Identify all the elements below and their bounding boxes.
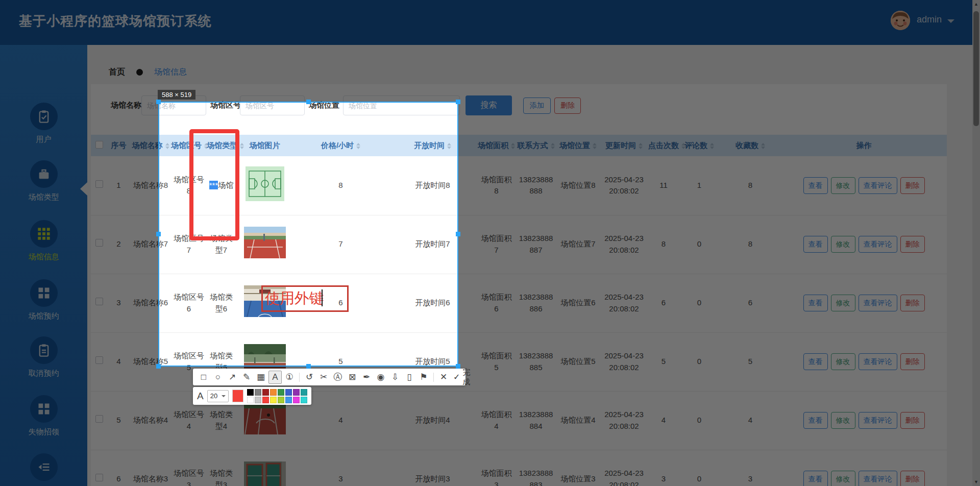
sort-arrows-icon[interactable] xyxy=(639,143,643,149)
palette-color[interactable] xyxy=(247,397,254,403)
user-menu-caret-icon[interactable] xyxy=(947,19,954,27)
sort-arrows-icon[interactable] xyxy=(761,143,765,149)
sidebar-item-场馆类型[interactable]: 场馆类型 xyxy=(0,160,87,202)
frame-icon[interactable]: ⊠ xyxy=(346,371,359,384)
font-size-select[interactable]: 20 xyxy=(207,390,229,402)
row-delete-button[interactable]: 删除 xyxy=(900,295,925,311)
sidebar-item-失物招领[interactable]: 失物招领 xyxy=(0,395,87,437)
row-checkbox[interactable] xyxy=(95,239,103,247)
column-header[interactable]: 评论数 xyxy=(679,135,720,156)
snip-handle[interactable] xyxy=(156,232,161,236)
search-button[interactable]: 搜索 xyxy=(465,95,512,115)
sidebar-item-取消预约[interactable]: 取消预约 xyxy=(0,336,87,378)
palette-color[interactable] xyxy=(293,389,300,396)
breadcrumb-current[interactable]: 场馆信息 xyxy=(154,67,187,78)
sort-arrows-icon[interactable] xyxy=(240,143,244,149)
row-checkbox[interactable] xyxy=(95,415,103,423)
delete-button[interactable]: 删除 xyxy=(554,98,581,114)
venue-location-input[interactable] xyxy=(343,95,460,115)
view-button[interactable]: 查看 xyxy=(803,353,828,370)
view-comments-button[interactable]: 查看评论 xyxy=(859,353,897,370)
pin-icon[interactable]: ✒ xyxy=(360,371,373,384)
palette-color[interactable] xyxy=(270,389,277,396)
edit-button[interactable]: 修改 xyxy=(831,412,855,429)
row-checkbox[interactable] xyxy=(95,474,103,481)
view-comments-button[interactable]: 查看评论 xyxy=(859,236,897,253)
ocr-icon[interactable]: Ⓐ xyxy=(331,371,345,384)
row-delete-button[interactable]: 删除 xyxy=(900,471,925,486)
add-button[interactable]: 添加 xyxy=(523,98,551,114)
rect-tool-icon[interactable]: □ xyxy=(197,371,210,384)
column-header[interactable]: 点击次数 xyxy=(648,135,679,156)
view-button[interactable]: 查看 xyxy=(803,471,828,486)
sidebar-item-用户[interactable]: 用户 xyxy=(0,103,87,144)
palette-color[interactable] xyxy=(285,397,292,403)
view-comments-button[interactable]: 查看评论 xyxy=(859,177,897,194)
record-icon[interactable]: ◉ xyxy=(374,371,387,384)
column-header[interactable]: 收藏数 xyxy=(720,135,781,156)
view-button[interactable]: 查看 xyxy=(803,412,828,429)
edit-button[interactable]: 修改 xyxy=(831,177,855,194)
palette-color[interactable] xyxy=(293,397,300,403)
edit-button[interactable]: 修改 xyxy=(831,295,855,311)
annotation-text[interactable]: 使用外键 xyxy=(265,288,324,309)
palette-color[interactable] xyxy=(247,389,254,396)
scroll-down-icon[interactable]: ▼ xyxy=(972,478,980,486)
palette-color[interactable] xyxy=(301,397,307,403)
palette-color[interactable] xyxy=(262,389,269,396)
sort-arrows-icon[interactable] xyxy=(511,143,515,149)
text-tool-icon[interactable]: A xyxy=(268,371,282,384)
ellipse-tool-icon[interactable]: ○ xyxy=(211,371,225,384)
palette-color[interactable] xyxy=(278,397,284,403)
palette-color[interactable] xyxy=(301,389,307,396)
avatar[interactable] xyxy=(891,11,910,30)
sort-arrows-icon[interactable] xyxy=(165,143,169,149)
current-color-swatch[interactable] xyxy=(232,390,243,402)
sort-arrows-icon[interactable] xyxy=(447,143,451,149)
venue-district-input[interactable] xyxy=(240,95,305,115)
palette-color[interactable] xyxy=(262,397,269,403)
arrow-tool-icon[interactable]: ↗ xyxy=(226,371,239,384)
snip-handle[interactable] xyxy=(306,100,311,104)
done-button[interactable]: ✓ 完成 xyxy=(453,368,470,387)
pen-tool-icon[interactable]: ✎ xyxy=(240,371,253,384)
snip-handle[interactable] xyxy=(156,100,161,104)
vertical-scrollbar[interactable]: ▲ ▼ xyxy=(972,0,980,486)
view-comments-button[interactable]: 查看评论 xyxy=(859,471,897,486)
palette-color[interactable] xyxy=(255,389,261,396)
view-button[interactable]: 查看 xyxy=(803,236,828,253)
edit-button[interactable]: 修改 xyxy=(831,471,855,486)
row-checkbox[interactable] xyxy=(95,180,103,188)
column-header[interactable]: 场馆名称 xyxy=(130,135,171,156)
column-header[interactable]: 更新时间 xyxy=(600,135,648,156)
sort-arrows-icon[interactable] xyxy=(356,143,360,149)
snip-handle[interactable] xyxy=(456,100,460,104)
scrollbar-thumb[interactable] xyxy=(973,11,979,126)
snip-handle[interactable] xyxy=(306,364,311,369)
row-delete-button[interactable]: 删除 xyxy=(900,353,925,370)
row-delete-button[interactable]: 删除 xyxy=(900,177,925,194)
view-button[interactable]: 查看 xyxy=(803,295,828,311)
row-checkbox[interactable] xyxy=(95,356,103,364)
palette-color[interactable] xyxy=(285,389,292,396)
edit-button[interactable]: 修改 xyxy=(831,353,855,370)
device-icon[interactable]: ▯ xyxy=(403,371,416,384)
palette-color[interactable] xyxy=(278,389,284,396)
row-checkbox[interactable] xyxy=(95,298,103,305)
view-comments-button[interactable]: 查看评论 xyxy=(859,295,897,311)
column-header[interactable]: 价格/小时 xyxy=(293,135,388,156)
sort-arrows-icon[interactable] xyxy=(551,143,555,149)
scroll-up-icon[interactable]: ▲ xyxy=(972,0,980,8)
row-delete-button[interactable]: 删除 xyxy=(900,412,925,429)
bookmark-icon[interactable]: ⚑ xyxy=(417,371,430,384)
column-header[interactable]: 联系方式 xyxy=(516,135,556,156)
column-header[interactable]: 场馆面积 xyxy=(477,135,516,156)
sort-arrows-icon[interactable] xyxy=(710,143,714,149)
close-icon[interactable]: ✕ xyxy=(437,371,450,384)
download-icon[interactable]: ⇩ xyxy=(388,371,402,384)
column-header[interactable]: 开放时间 xyxy=(388,135,477,156)
username-label[interactable]: admin xyxy=(917,14,942,25)
sidebar-item-场馆预约[interactable]: 场馆预约 xyxy=(0,279,87,321)
mosaic-tool-icon[interactable]: ▦ xyxy=(254,371,267,384)
edit-button[interactable]: 修改 xyxy=(831,236,855,253)
